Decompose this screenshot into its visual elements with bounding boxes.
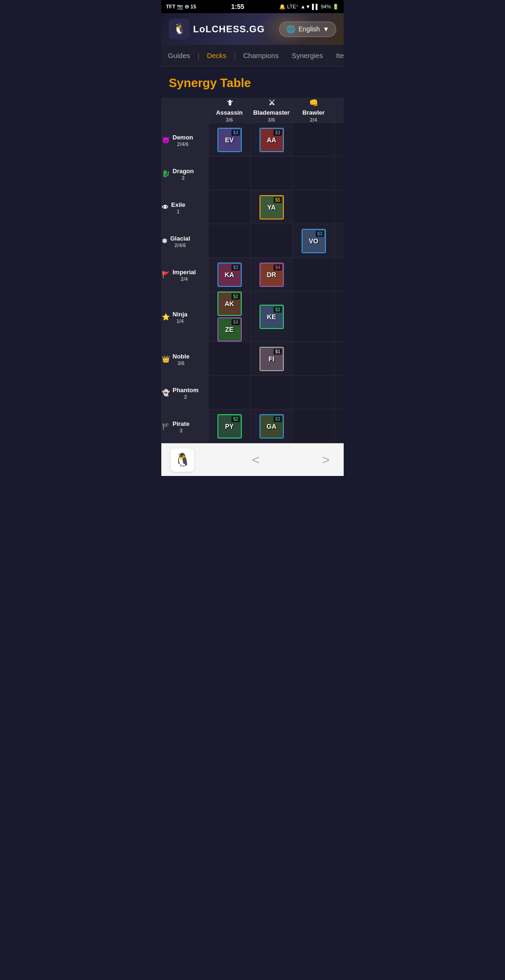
row-header-dragon: 🐉 Dragon 2 bbox=[162, 157, 209, 190]
cell-imperial-cannon bbox=[335, 258, 344, 292]
noble-row-count: 3/6 bbox=[173, 360, 189, 366]
cell-demon-brawler bbox=[293, 123, 335, 157]
nav-guides[interactable]: Guides bbox=[161, 45, 197, 66]
bottom-logo: 🐧 bbox=[171, 448, 194, 472]
champ-card-yasuo[interactable]: YA$5 bbox=[260, 195, 284, 219]
col-header-cannon: 🔥 Cannon 2/4 bbox=[335, 98, 344, 123]
logo-icon: 🐧 bbox=[169, 19, 189, 39]
cell-demon-cannon bbox=[335, 123, 344, 157]
phantom-row-icon: 👻 bbox=[162, 389, 170, 396]
cell-imperial-brawler bbox=[293, 258, 335, 292]
row-header-noble: 👑 Noble 3/6 bbox=[162, 342, 209, 376]
champ-card-zed[interactable]: ZE$4 bbox=[217, 317, 242, 342]
cell-exile-assassin bbox=[209, 190, 251, 224]
pirate-row-icon: 🏴 bbox=[162, 423, 170, 430]
cell-ninja-brawler bbox=[293, 292, 335, 342]
cell-demon-assassin: EV$3 bbox=[209, 123, 251, 157]
champ-card-pyke[interactable]: PY$2 bbox=[217, 414, 242, 439]
col-header-brawler: 👊 Brawler 2/4 bbox=[293, 98, 335, 123]
cell-noble-assassin bbox=[209, 342, 251, 376]
cell-ninja-cannon bbox=[335, 292, 344, 342]
phantom-row-name: Phantom bbox=[173, 387, 199, 394]
cell-pirate-brawler bbox=[293, 410, 335, 443]
bottom-navigation: 🐧 < > bbox=[161, 443, 344, 476]
champ-card-volibear[interactable]: VO$3 bbox=[302, 229, 326, 253]
cell-pirate-cannon bbox=[335, 410, 344, 443]
champ-card-evelynn[interactable]: EV$3 bbox=[217, 128, 242, 152]
cell-dragon-assassin bbox=[209, 157, 251, 190]
synergy-table-wrapper: 🗡 Assassin 3/6 ⚔ Blademaster 3/6 👊 bbox=[161, 98, 344, 443]
champ-card-katarina[interactable]: KA$3 bbox=[217, 263, 242, 287]
champ-card-kennen[interactable]: KE$2 bbox=[260, 305, 284, 329]
col-count-assassin: 3/6 bbox=[226, 117, 233, 123]
glacial-row-count: 2/4/6 bbox=[170, 242, 190, 248]
logo: 🐧 LoLCHESS.GG bbox=[169, 19, 265, 39]
cell-glacial-brawler: VO$3 bbox=[293, 224, 335, 258]
row-header-demon: 😈 Demon 2/4/6 bbox=[162, 123, 209, 157]
demon-row-icon: 😈 bbox=[162, 136, 170, 144]
cell-ninja-blademaster: KE$2 bbox=[251, 292, 293, 342]
champ-card-lissandra[interactable]: LI$3 bbox=[344, 229, 344, 253]
cell-glacial-blademaster bbox=[251, 224, 293, 258]
language-label: English bbox=[298, 25, 320, 33]
ninja-row-icon: ⭐ bbox=[162, 313, 170, 321]
pirate-row-name: Pirate bbox=[173, 420, 189, 427]
champ-card-aatrox[interactable]: AA$3 bbox=[260, 128, 284, 152]
col-name-assassin: Assassin bbox=[216, 109, 243, 116]
col-name-brawler: Brawler bbox=[303, 109, 325, 116]
nav-champions[interactable]: Champions bbox=[237, 45, 285, 66]
champ-card-gangplank[interactable]: GA$3 bbox=[260, 414, 284, 439]
assassin-icon: 🗡 bbox=[226, 99, 233, 107]
cell-phantom-cannon bbox=[335, 376, 344, 410]
forward-button[interactable]: > bbox=[317, 453, 334, 468]
status-left: TFT 📷 ⊖ 15 bbox=[166, 4, 196, 10]
col-header-assassin: 🗡 Assassin 3/6 bbox=[209, 98, 251, 123]
back-button[interactable]: < bbox=[247, 453, 264, 468]
champ-card-fiora[interactable]: FI$1 bbox=[260, 347, 284, 371]
col-header-blademaster: ⚔ Blademaster 3/6 bbox=[251, 98, 293, 123]
nav-decks[interactable]: Decks bbox=[200, 45, 233, 66]
brawler-icon: 👊 bbox=[309, 98, 318, 107]
status-time: 1:55 bbox=[231, 3, 244, 10]
imperial-row-count: 2/4 bbox=[173, 276, 196, 282]
cell-phantom-blademaster bbox=[251, 376, 293, 410]
blademaster-icon: ⚔ bbox=[268, 98, 275, 107]
noble-row-name: Noble bbox=[173, 353, 189, 360]
ninja-row-count: 1/4 bbox=[173, 318, 188, 324]
row-header-imperial: 🚩 Imperial 2/4 bbox=[162, 258, 209, 292]
cell-exile-blademaster: YA$5 bbox=[251, 190, 293, 224]
exile-row-count: 1 bbox=[171, 209, 185, 214]
champ-card-draven[interactable]: DR$4 bbox=[260, 263, 284, 287]
row-header-phantom: 👻 Phantom 2 bbox=[162, 376, 209, 410]
globe-icon: 🌐 bbox=[286, 25, 296, 34]
cell-demon-blademaster: AA$3 bbox=[251, 123, 293, 157]
cell-pirate-assassin: PY$2 bbox=[209, 410, 251, 443]
cell-dragon-brawler bbox=[293, 157, 335, 190]
nav-items[interactable]: Items bbox=[330, 45, 344, 66]
cell-ninja-assassin: AK$2ZE$4 bbox=[209, 292, 251, 342]
synergy-table: 🗡 Assassin 3/6 ⚔ Blademaster 3/6 👊 bbox=[161, 98, 344, 443]
nav-synergies[interactable]: Synergies bbox=[285, 45, 330, 66]
cell-glacial-cannon: LI$3 bbox=[335, 224, 344, 258]
demon-row-name: Demon bbox=[173, 134, 193, 141]
cell-exile-brawler bbox=[293, 190, 335, 224]
page-title: Synergy Table bbox=[161, 66, 344, 98]
demon-row-count: 2/4/6 bbox=[173, 141, 193, 147]
status-right: 🔔 LTE⁺ ▲▼ ▌▌ 94% 🔋 bbox=[279, 4, 339, 10]
cell-dragon-cannon bbox=[335, 157, 344, 190]
imperial-row-name: Imperial bbox=[173, 269, 196, 276]
cell-exile-cannon bbox=[335, 190, 344, 224]
language-button[interactable]: 🌐 English ▼ bbox=[279, 22, 336, 37]
cell-noble-blademaster: FI$1 bbox=[251, 342, 293, 376]
dragon-row-name: Dragon bbox=[173, 168, 194, 175]
pirate-row-count: 3 bbox=[173, 428, 189, 433]
champ-card-akali[interactable]: AK$2 bbox=[217, 292, 242, 316]
col-count-brawler: 2/4 bbox=[310, 117, 317, 123]
col-name-blademaster: Blademaster bbox=[253, 109, 289, 116]
cell-imperial-assassin: KA$3 bbox=[209, 258, 251, 292]
glacial-row-icon: ❄ bbox=[162, 237, 167, 245]
dragon-row-icon: 🐉 bbox=[162, 170, 170, 177]
col-count-blademaster: 3/6 bbox=[268, 117, 275, 123]
logo-text: LoLCHESS.GG bbox=[193, 24, 265, 35]
row-header-pirate: 🏴 Pirate 3 bbox=[162, 410, 209, 443]
